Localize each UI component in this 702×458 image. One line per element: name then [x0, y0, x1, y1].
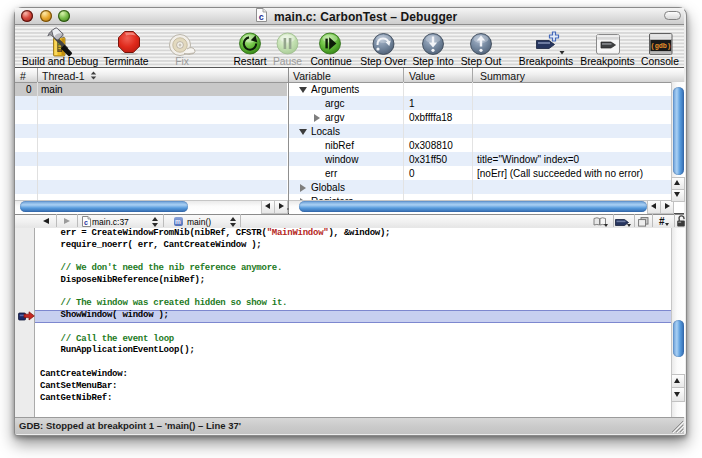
svg-text:c: c — [259, 12, 264, 22]
svg-text:c: c — [84, 219, 88, 226]
svg-text:(gdb): (gdb) — [651, 42, 671, 50]
